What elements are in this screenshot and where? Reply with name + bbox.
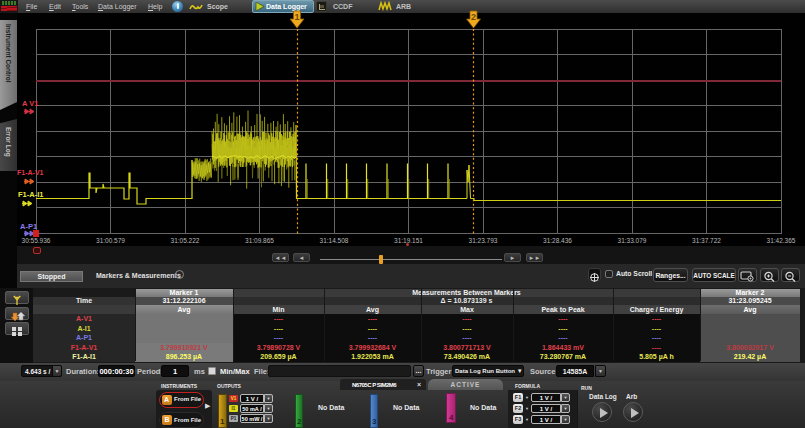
svg-text:31:14.508: 31:14.508 <box>320 237 349 244</box>
svg-text:F1-A-I1: F1-A-I1 <box>18 190 43 199</box>
svg-text:31:28.436: 31:28.436 <box>543 237 572 244</box>
svg-text:31:42.365: 31:42.365 <box>767 237 796 244</box>
svg-text:A-P1: A-P1 <box>20 222 37 231</box>
svg-text:F1-A-V1: F1-A-V1 <box>17 169 44 176</box>
svg-text:31:00.579: 31:00.579 <box>96 237 125 244</box>
svg-text:31:23.793: 31:23.793 <box>469 237 498 244</box>
svg-text:31:09.865: 31:09.865 <box>245 237 274 244</box>
svg-text:31:05.222: 31:05.222 <box>171 237 200 244</box>
svg-text:A V1: A V1 <box>22 99 38 108</box>
svg-text:2: 2 <box>471 12 476 22</box>
svg-text:31:37.722: 31:37.722 <box>692 237 721 244</box>
svg-text:1: 1 <box>294 12 299 22</box>
svg-text:30:55.936: 30:55.936 <box>22 237 51 244</box>
svg-text:31:33.079: 31:33.079 <box>618 237 647 244</box>
